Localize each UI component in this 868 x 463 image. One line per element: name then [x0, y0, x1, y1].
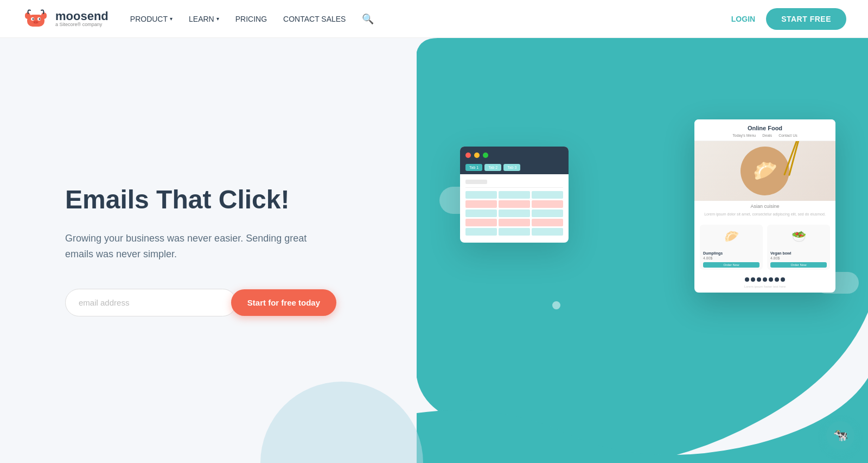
- builder-block: [499, 191, 530, 199]
- builder-block: [532, 219, 563, 226]
- logo-name: moosend: [55, 10, 108, 22]
- hero-subtitle: Growing your business was never easier. …: [65, 231, 326, 262]
- food-hero-image: 🥟: [694, 141, 835, 201]
- email-builder-mockup: Tab 1 Tab 2 Tab 3: [460, 147, 569, 243]
- builder-row-3: [465, 200, 563, 208]
- builder-tab-2: Tab 2: [484, 164, 501, 171]
- food-card-2-info: Vegan bowl 4.80$: [767, 249, 830, 262]
- product-arrow: ▾: [170, 16, 173, 22]
- svg-point-5: [33, 18, 34, 20]
- deco-blob-3: [552, 301, 560, 309]
- food-footer: Lorem ipsum footer text here: [694, 285, 835, 293]
- svg-point-9: [36, 22, 37, 23]
- builder-block: [532, 210, 563, 217]
- food-emoji: 🥟: [753, 160, 777, 182]
- food-cards: 🥟 Dumplings 4.80$ Order Now 🥗 Vegan bowl…: [694, 220, 835, 274]
- builder-row-4: [465, 210, 563, 217]
- builder-block: [465, 228, 497, 236]
- logo-sub: a Sitecore® company: [55, 22, 108, 27]
- builder-row-1: [465, 180, 563, 184]
- nav-learn[interactable]: LEARN ▾: [189, 15, 219, 23]
- builder-divider: [465, 187, 563, 188]
- builder-block: [465, 200, 497, 208]
- food-card-2-img: 🥗: [767, 225, 830, 249]
- hero-title: Emails That Click!: [65, 185, 373, 214]
- food-header-nav: Today's Menu Deals Contact Us: [702, 134, 828, 137]
- email-form: Start for free today: [65, 289, 336, 316]
- builder-tab-3: Tab 3: [503, 164, 520, 171]
- builder-block: [499, 200, 530, 208]
- food-social-icons: [694, 274, 835, 285]
- food-site-title: Online Food: [702, 125, 828, 131]
- logo-icon: [22, 5, 50, 33]
- learn-arrow: ▾: [216, 16, 219, 22]
- builder-row-6: [465, 228, 563, 236]
- builder-block: [499, 210, 530, 217]
- svg-point-7: [33, 21, 39, 24]
- nav-product[interactable]: PRODUCT ▾: [130, 15, 173, 23]
- login-button[interactable]: LOGIN: [731, 15, 755, 23]
- builder-block: [465, 210, 497, 217]
- nav-links: PRODUCT ▾ LEARN ▾ PRICING CONTACT SALES …: [130, 13, 374, 25]
- cta-button[interactable]: Start for free today: [231, 289, 336, 316]
- builder-block: [499, 228, 530, 236]
- food-card-1-img: 🥟: [700, 225, 763, 249]
- food-card-1-info: Dumplings 4.80$: [700, 249, 763, 262]
- food-card-2-price: 4.80$: [770, 256, 827, 260]
- nav-left: moosend a Sitecore® company PRODUCT ▾ LE…: [22, 5, 374, 33]
- builder-body: [460, 174, 569, 243]
- social-icon-3: [757, 277, 761, 282]
- social-icon-4: [763, 277, 767, 282]
- builder-block: [465, 191, 497, 199]
- food-card-2-name: Vegan bowl: [770, 251, 827, 255]
- builder-block: [499, 219, 530, 226]
- food-card-1-name: Dumplings: [703, 251, 760, 255]
- nav-contact-sales[interactable]: CONTACT SALES: [283, 15, 346, 23]
- nav-pricing[interactable]: PRICING: [235, 15, 267, 23]
- food-nav-contact[interactable]: Contact Us: [778, 134, 797, 137]
- logo-text: moosend a Sitecore® company: [55, 10, 108, 27]
- social-icon-6: [775, 277, 779, 282]
- svg-point-6: [39, 18, 41, 20]
- navbar: moosend a Sitecore® company PRODUCT ▾ LE…: [0, 0, 868, 38]
- start-free-button[interactable]: START FREE: [766, 8, 846, 30]
- social-icon-5: [769, 277, 773, 282]
- food-description: Lorem ipsum dolor sit amet, consectetur …: [694, 212, 835, 220]
- search-icon[interactable]: 🔍: [362, 13, 374, 25]
- food-site-mockup: Online Food Today's Menu Deals Contact U…: [694, 119, 835, 293]
- svg-point-8: [34, 22, 35, 23]
- food-card-1-price: 4.80$: [703, 256, 760, 260]
- builder-block: [465, 219, 497, 226]
- chat-bubble-icon: 🐄: [833, 428, 848, 442]
- food-nav-menu[interactable]: Today's Menu: [732, 134, 756, 137]
- food-nav-deals[interactable]: Deals: [762, 134, 772, 137]
- win-max-btn: [483, 153, 488, 158]
- hero-left: Emails That Click! Growing your business…: [0, 38, 417, 463]
- social-icon-7: [781, 277, 785, 282]
- hero-right: Tab 1 Tab 2 Tab 3: [417, 38, 868, 463]
- social-icon-2: [751, 277, 755, 282]
- builder-block: [465, 180, 487, 184]
- food-card-1: 🥟 Dumplings 4.80$ Order Now: [700, 225, 763, 270]
- builder-row-5: [465, 219, 563, 226]
- email-input[interactable]: [65, 289, 237, 316]
- food-order-btn-2[interactable]: Order Now: [770, 262, 827, 268]
- chat-bubble[interactable]: 🐄: [826, 421, 854, 449]
- builder-block: [532, 191, 563, 199]
- food-card-2: 🥗 Vegan bowl 4.80$ Order Now: [767, 225, 830, 270]
- food-plate: 🥟: [741, 147, 789, 195]
- builder-row-2: [465, 191, 563, 199]
- logo[interactable]: moosend a Sitecore® company: [22, 5, 108, 33]
- food-order-btn-1[interactable]: Order Now: [703, 262, 760, 268]
- nav-right: LOGIN START FREE: [731, 8, 846, 30]
- win-close-btn: [465, 153, 471, 158]
- builder-titlebar: [460, 147, 569, 164]
- food-cuisine-label: Asian cuisine: [694, 201, 835, 212]
- win-min-btn: [474, 153, 480, 158]
- food-header: Online Food Today's Menu Deals Contact U…: [694, 119, 835, 141]
- builder-block: [532, 200, 563, 208]
- social-icon-1: [745, 277, 749, 282]
- builder-tab-1: Tab 1: [465, 164, 482, 171]
- hero-section: Emails That Click! Growing your business…: [0, 38, 868, 463]
- builder-block: [532, 228, 563, 236]
